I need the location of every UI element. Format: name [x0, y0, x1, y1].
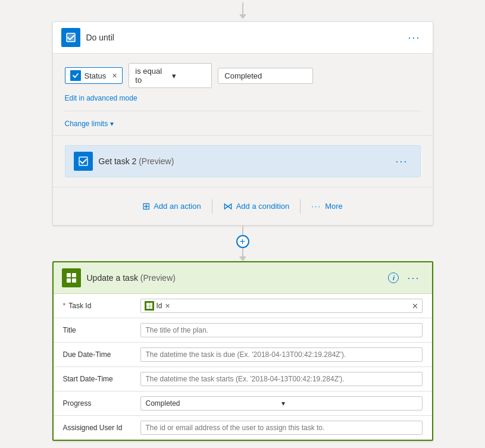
operator-dropdown[interactable]: is equal to ▾: [129, 63, 212, 88]
task-id-row: * Task Id Id: [54, 294, 432, 318]
edit-advanced-link[interactable]: Edit in advanced mode: [65, 94, 421, 102]
operator-value: is equal to: [135, 67, 168, 84]
update-task-title-text: Update a task: [87, 273, 138, 283]
update-task-preview-label: (Preview): [140, 273, 176, 283]
update-task-card: Update a task (Preview) i ··· * Task Id: [52, 261, 433, 441]
svg-rect-7: [146, 303, 149, 306]
add-step-button[interactable]: +: [236, 235, 249, 248]
title-label: Title: [63, 326, 140, 334]
svg-rect-5: [67, 278, 71, 283]
get-task-preview-label: (Preview): [139, 156, 174, 166]
get-task-title-text: Get task 2: [99, 156, 137, 166]
more-button[interactable]: ··· More: [301, 197, 353, 215]
connector-line-bottom: [242, 248, 243, 256]
svg-rect-10: [149, 306, 152, 309]
assigned-input[interactable]: [140, 421, 423, 435]
add-condition-label: Add a condition: [236, 202, 290, 211]
due-date-row: Due Date-Time: [54, 343, 432, 367]
status-tag-icon: [70, 70, 81, 81]
assigned-label: Assisigned User Id: [63, 424, 140, 432]
condition-value-input[interactable]: Completed: [218, 68, 313, 84]
info-icon[interactable]: i: [388, 272, 399, 283]
assigned-row: Assisigned User Id: [54, 416, 432, 440]
change-limits-label: Change limits: [65, 120, 108, 128]
svg-rect-3: [67, 273, 71, 277]
condition-value-text: Completed: [224, 71, 262, 80]
connector-arrow: [239, 256, 246, 261]
do-until-body: Status ✕ is equal to ▾ Completed Edit in…: [53, 54, 433, 136]
more-dots-icon: ···: [311, 202, 321, 211]
title-row: Title: [54, 318, 432, 343]
status-tag-label: Status: [85, 71, 107, 80]
action-buttons-row: ⊞ Add an action ⋈ Add a condition ··· Mo…: [53, 187, 433, 225]
inner-cards-area: Get task 2 (Preview) ···: [53, 136, 433, 187]
svg-rect-9: [146, 306, 149, 309]
task-id-field-clear[interactable]: ✕: [412, 302, 418, 311]
svg-rect-4: [72, 273, 76, 277]
do-until-title: Do until: [86, 33, 405, 42]
add-action-button[interactable]: ⊞ Add an action: [132, 196, 212, 217]
task-id-tag-label: Id: [157, 302, 162, 310]
top-arrow-connector: [239, 0, 246, 21]
svg-rect-8: [149, 303, 152, 306]
add-condition-icon: ⋈: [223, 200, 233, 212]
update-task-header: Update a task (Preview) i ···: [54, 262, 432, 294]
title-input[interactable]: [140, 323, 423, 337]
plus-connector: +: [236, 225, 249, 261]
start-date-label: Start Date-Time: [63, 375, 140, 383]
operator-chevron-icon: ▾: [172, 71, 205, 80]
start-date-input[interactable]: [140, 372, 423, 386]
add-action-icon: ⊞: [142, 200, 150, 212]
progress-value: Completed: [146, 399, 281, 408]
add-condition-button[interactable]: ⋈ Add a condition: [212, 196, 301, 217]
progress-row: Progress Completed ▾: [54, 391, 432, 416]
do-until-card: Do until ··· Status ✕ is equal t: [52, 21, 433, 225]
task-id-field[interactable]: Id ✕ ✕: [140, 299, 423, 313]
do-until-header: Do until ···: [53, 22, 433, 54]
change-limits-chevron-icon: ▾: [110, 120, 114, 128]
update-task-menu[interactable]: ···: [403, 271, 423, 286]
get-task-header: Get task 2 (Preview) ···: [65, 146, 420, 177]
progress-label: Progress: [63, 399, 140, 408]
start-date-row: Start Date-Time: [54, 367, 432, 391]
due-date-input[interactable]: [140, 347, 423, 362]
get-task-title: Get task 2 (Preview): [99, 156, 392, 166]
progress-chevron-icon: ▾: [281, 399, 417, 408]
task-id-label: * Task Id: [63, 302, 140, 310]
change-limits-link[interactable]: Change limits ▾: [65, 111, 421, 128]
progress-dropdown[interactable]: Completed ▾: [140, 396, 423, 411]
get-task-icon: [74, 152, 93, 171]
due-date-label: Due Date-Time: [63, 350, 140, 359]
connector-line-top: [242, 225, 243, 235]
update-task-title: Update a task (Preview): [87, 273, 389, 283]
svg-rect-6: [72, 278, 76, 283]
task-id-close-icon[interactable]: ✕: [165, 302, 170, 310]
status-tag-close[interactable]: ✕: [112, 72, 117, 80]
more-label: More: [325, 202, 343, 211]
get-task-menu[interactable]: ···: [392, 154, 411, 169]
do-until-icon: [61, 28, 80, 47]
required-marker: *: [63, 302, 66, 310]
do-until-menu[interactable]: ···: [404, 30, 424, 45]
get-task-card: Get task 2 (Preview) ···: [65, 145, 421, 177]
task-id-tag: Id ✕: [145, 301, 170, 311]
task-id-tag-icon: [145, 301, 154, 311]
status-tag[interactable]: Status ✕: [65, 67, 123, 84]
add-action-label: Add an action: [154, 202, 201, 211]
task-form: * Task Id Id: [54, 294, 432, 440]
condition-row: Status ✕ is equal to ▾ Completed: [65, 63, 421, 88]
update-task-icon: [62, 268, 81, 287]
